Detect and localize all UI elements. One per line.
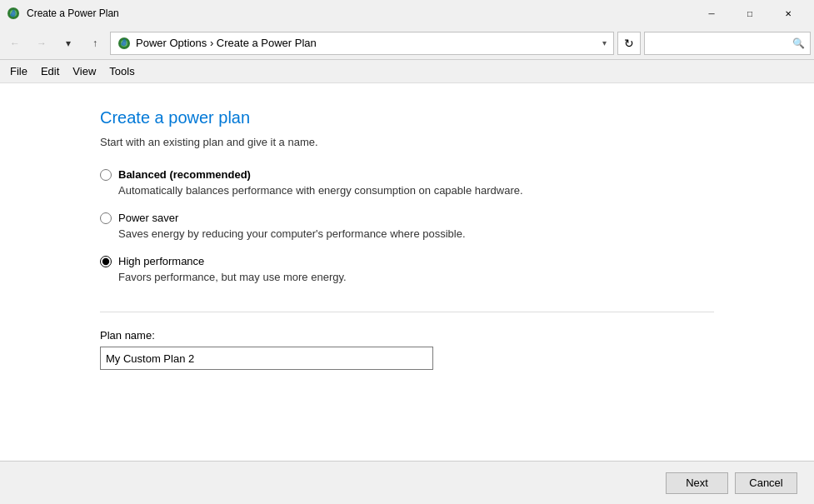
up-button[interactable]: ↑	[83, 32, 107, 55]
breadcrumb-separator: ›	[210, 37, 217, 49]
address-text: Power Options › Create a Power Plan	[136, 37, 597, 49]
plan-name-label: Plan name:	[100, 329, 714, 342]
label-balanced[interactable]: Balanced (recommended)	[118, 168, 251, 181]
cancel-button[interactable]: Cancel	[735, 472, 797, 494]
address-chevron-icon[interactable]: ▾	[602, 38, 607, 47]
search-icon: 🔍	[792, 37, 805, 49]
menu-view[interactable]: View	[66, 62, 102, 80]
radio-power-saver[interactable]	[100, 212, 112, 224]
window-controls: ─ □ ✕	[692, 0, 807, 27]
addressbar: ← → ▾ ↑ Power Options › Create a Power P…	[0, 27, 814, 60]
radio-high-performance[interactable]	[100, 256, 112, 267]
desc-power-saver: Saves energy by reducing your computer's…	[118, 227, 714, 240]
breadcrumb-part1: Power Options	[136, 37, 207, 49]
plan-name-section: Plan name:	[100, 329, 714, 370]
breadcrumb-part2: Create a Power Plan	[217, 37, 317, 49]
desc-high-performance: Favors performance, but may use more ene…	[118, 271, 714, 283]
recent-locations-button[interactable]: ▾	[57, 32, 80, 55]
menu-tools[interactable]: Tools	[102, 62, 141, 80]
refresh-button[interactable]: ↻	[617, 32, 641, 55]
forward-button[interactable]: →	[30, 32, 53, 55]
close-button[interactable]: ✕	[769, 0, 807, 27]
app-icon	[7, 7, 20, 20]
minimize-button[interactable]: ─	[692, 0, 731, 27]
titlebar-title: Create a Power Plan	[27, 7, 692, 19]
option-high-performance: High performance Favors performance, but…	[100, 255, 714, 283]
menubar: File Edit View Tools	[0, 60, 814, 83]
page-subtitle: Start with an existing plan and give it …	[100, 136, 714, 148]
radio-balanced[interactable]	[100, 169, 112, 181]
label-high-performance[interactable]: High performance	[118, 255, 204, 267]
search-box[interactable]: 🔍	[644, 32, 811, 55]
menu-file[interactable]: File	[3, 62, 34, 80]
main-content: Create a power plan Start with an existi…	[0, 83, 814, 461]
option-balanced: Balanced (recommended) Automatically bal…	[100, 168, 714, 197]
search-input[interactable]	[650, 37, 792, 49]
maximize-button[interactable]: □	[731, 0, 769, 27]
option-power-saver: Power saver Saves energy by reducing you…	[100, 212, 714, 240]
next-button[interactable]: Next	[666, 472, 728, 494]
globe-icon	[117, 37, 131, 50]
address-box[interactable]: Power Options › Create a Power Plan ▾	[110, 32, 614, 55]
titlebar: Create a Power Plan ─ □ ✕	[0, 0, 814, 27]
desc-balanced: Automatically balances performance with …	[118, 184, 714, 197]
label-power-saver[interactable]: Power saver	[118, 212, 178, 224]
menu-edit[interactable]: Edit	[34, 62, 66, 80]
page-heading: Create a power plan	[100, 108, 714, 127]
plan-name-input[interactable]	[100, 347, 433, 370]
back-button[interactable]: ←	[3, 32, 27, 55]
section-divider	[100, 312, 714, 312]
bottom-bar: Next Cancel	[0, 461, 814, 504]
